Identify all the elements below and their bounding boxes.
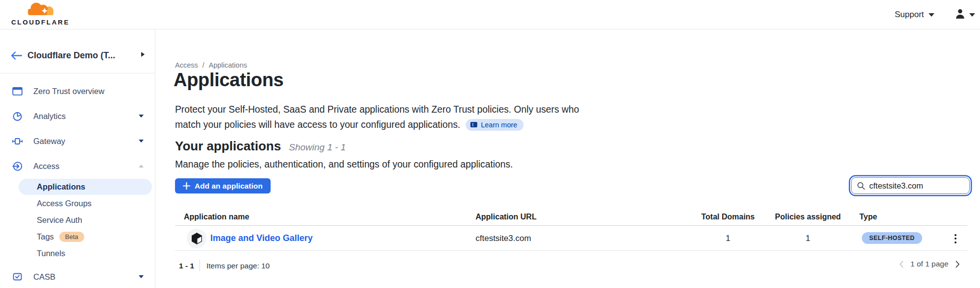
column-header-application-name: Application name bbox=[184, 213, 249, 221]
sidebar-item-gateway[interactable]: Gateway bbox=[0, 133, 155, 149]
sidebar-item-analytics[interactable]: Analytics bbox=[0, 108, 155, 124]
sidebar-item-applications[interactable]: Applications bbox=[19, 179, 152, 195]
sidebar-item-label: Applications bbox=[37, 182, 85, 192]
policies-assigned-cell: 1 bbox=[774, 234, 842, 243]
page-title: Applications bbox=[174, 70, 283, 91]
account-name[interactable]: Cloudflare Demo (T... bbox=[27, 50, 115, 61]
section-subtext: Manage the policies, authentication, and… bbox=[175, 159, 513, 170]
column-header-application-url: Application URL bbox=[476, 213, 536, 221]
chevron-down-icon bbox=[139, 140, 144, 143]
plus-icon bbox=[183, 182, 190, 190]
previous-page-icon[interactable] bbox=[899, 260, 904, 268]
sidebar-item-label: CASB bbox=[33, 272, 55, 282]
user-icon bbox=[955, 9, 965, 21]
add-application-label: Add an application bbox=[195, 182, 263, 191]
row-actions-kebab-icon[interactable] bbox=[952, 233, 959, 244]
description-line1: Protect your Self-Hosted, SaaS and Priva… bbox=[175, 102, 579, 117]
sidebar-item-label: Zero Trust overview bbox=[33, 87, 104, 96]
casb-icon bbox=[12, 272, 23, 282]
sidebar-item-casb[interactable]: CASB bbox=[0, 268, 155, 285]
application-cube-icon bbox=[187, 229, 206, 248]
sidebar: Cloudflare Demo (T... Zero Trust overvie… bbox=[0, 29, 155, 288]
cloudflare-cloud-icon bbox=[25, 1, 57, 19]
page-indicator: 1 of 1 page bbox=[910, 260, 949, 268]
sidebar-item-service-auth[interactable]: Service Auth bbox=[0, 212, 155, 228]
beta-badge: Beta bbox=[59, 232, 84, 242]
gateway-icon bbox=[12, 136, 23, 146]
learn-more-label: Learn more bbox=[481, 120, 517, 129]
applications-table: Application name Application URL Total D… bbox=[175, 211, 967, 251]
pagination-range: 1 - 1 bbox=[179, 262, 194, 270]
breadcrumb: Access / Applications bbox=[175, 61, 247, 69]
table-header-row: Application name Application URL Total D… bbox=[175, 211, 967, 226]
sidebar-item-label: Gateway bbox=[33, 137, 65, 146]
chevron-down-icon bbox=[969, 13, 975, 17]
chevron-down-icon bbox=[139, 275, 144, 278]
application-name-link[interactable]: Image and Video Gallery bbox=[210, 233, 313, 243]
support-label: Support bbox=[895, 10, 924, 20]
overview-icon bbox=[12, 86, 23, 96]
back-arrow-icon[interactable] bbox=[10, 50, 23, 63]
items-per-page: Items per page: 10 bbox=[206, 262, 270, 270]
chevron-down-icon bbox=[929, 13, 934, 17]
learn-more-link[interactable]: Learn more bbox=[466, 119, 524, 131]
breadcrumb-access[interactable]: Access bbox=[175, 61, 198, 69]
book-icon bbox=[470, 121, 477, 128]
sidebar-item-label: Service Auth bbox=[37, 216, 82, 225]
breadcrumb-current: Applications bbox=[209, 61, 247, 69]
search-box bbox=[851, 177, 970, 194]
analytics-icon bbox=[12, 111, 23, 121]
search-input[interactable] bbox=[869, 181, 964, 191]
page-description: Protect your Self-Hosted, SaaS and Priva… bbox=[175, 102, 579, 132]
support-menu[interactable]: Support bbox=[895, 0, 934, 29]
chevron-down-icon bbox=[139, 115, 144, 118]
cloudflare-wordmark: CLOUDFLARE bbox=[11, 19, 70, 26]
type-badge: SELF-HOSTED bbox=[862, 232, 922, 244]
add-application-button[interactable]: Add an application bbox=[175, 178, 271, 193]
access-icon bbox=[12, 161, 23, 171]
sidebar-item-access[interactable]: Access bbox=[0, 158, 155, 174]
table-row: Image and Video Gallery cftestsite3.com … bbox=[175, 226, 967, 251]
column-header-total-domains: Total Domains bbox=[696, 213, 760, 221]
sidebar-item-label: Tags bbox=[37, 232, 54, 241]
sidebar-item-label: Analytics bbox=[33, 112, 66, 121]
sidebar-item-label: Access Groups bbox=[37, 199, 92, 208]
search-icon bbox=[857, 182, 865, 190]
description-line2: match your policies will have access to … bbox=[175, 117, 460, 132]
application-url-cell: cftestsite3.com bbox=[476, 234, 531, 243]
next-page-icon[interactable] bbox=[955, 260, 960, 268]
total-domains-cell: 1 bbox=[696, 234, 760, 243]
expand-account-icon[interactable] bbox=[141, 52, 145, 57]
sidebar-item-access-groups[interactable]: Access Groups bbox=[0, 195, 155, 212]
showing-count: Showing 1 - 1 bbox=[289, 142, 346, 153]
sidebar-item-zero-trust-overview[interactable]: Zero Trust overview bbox=[0, 83, 155, 99]
sidebar-item-label: Tunnels bbox=[37, 249, 65, 258]
user-menu[interactable] bbox=[955, 0, 975, 29]
pagination: 1 of 1 page bbox=[899, 260, 960, 268]
section-title: Your applications bbox=[175, 139, 281, 154]
sidebar-item-label: Access bbox=[33, 162, 59, 171]
footer-divider bbox=[200, 260, 200, 271]
breadcrumb-separator: / bbox=[202, 61, 204, 69]
chevron-up-icon bbox=[139, 165, 144, 168]
cloudflare-logo[interactable]: CLOUDFLARE bbox=[8, 1, 73, 26]
column-header-policies-assigned: Policies assigned bbox=[774, 213, 842, 221]
top-bar: CLOUDFLARE Support bbox=[0, 0, 980, 29]
column-header-type: Type bbox=[859, 213, 877, 221]
sidebar-item-tunnels[interactable]: Tunnels bbox=[0, 245, 155, 262]
sidebar-account-header: Cloudflare Demo (T... bbox=[0, 29, 155, 73]
sidebar-item-tags[interactable]: Tags Beta bbox=[0, 228, 155, 245]
